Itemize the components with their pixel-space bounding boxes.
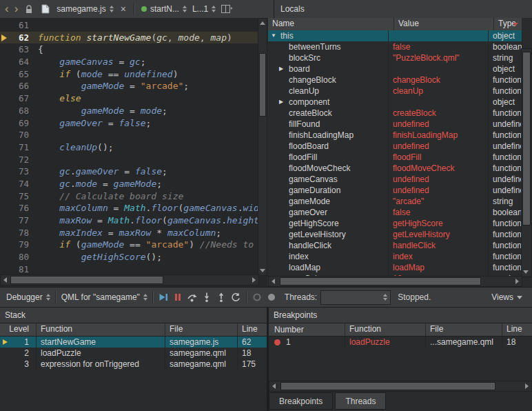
breakpoints-table-header[interactable]: Number Function File Line Address [269, 323, 532, 337]
stack-table-header[interactable]: Level Function File Line Address [0, 323, 267, 337]
locals-table-header[interactable]: Name Value Type [268, 18, 522, 31]
circle-filled-button[interactable] [265, 290, 279, 305]
debugger-dropdown[interactable]: Debugger [4, 290, 52, 304]
code-line[interactable]: 71 cleanUp(); [0, 141, 259, 154]
scrollbar-thumb[interactable] [522, 52, 531, 225]
code-editor[interactable]: 6162function startNewGame(gc, mode, map)… [0, 18, 267, 287]
views-menu-button[interactable]: Views [491, 292, 528, 302]
breakpoints-header-line[interactable]: Line [502, 323, 532, 336]
stack-frame-row[interactable]: 3expression for onTriggeredsamegame.qml1… [0, 359, 267, 370]
debug-engine-dropdown[interactable]: QML for "samegame" [59, 290, 150, 304]
locals-header-name[interactable]: Name [268, 18, 394, 30]
code-line[interactable]: 79 if (gameMode == "arcade") //Needs to [0, 239, 259, 251]
scrollbar-thumb[interactable] [280, 277, 481, 285]
locals-row[interactable]: changeBlockchangeBlockfunction [268, 74, 522, 86]
code-line[interactable]: 73 gc.gameOver = false; [0, 166, 259, 178]
open-file-dropdown[interactable]: samegame.js [54, 2, 115, 16]
code-line[interactable]: 77 maxRow = Math.floor(gameCanvas.height [0, 214, 259, 227]
expander-icon[interactable]: ▼ [271, 30, 280, 41]
code-line[interactable]: 75 // Calculate board size [0, 190, 259, 203]
breakpoint-margin[interactable] [0, 141, 10, 154]
breakpoint-margin[interactable] [0, 92, 10, 105]
breakpoint-margin[interactable] [0, 19, 10, 32]
step-out-button[interactable] [214, 290, 229, 305]
breakpoint-margin[interactable] [0, 117, 10, 130]
breakpoint-margin[interactable] [0, 251, 10, 263]
locals-header-value[interactable]: Value [394, 18, 494, 30]
tab-breakpoints[interactable]: Breakpoints [269, 392, 333, 410]
locals-row[interactable]: getLevelHistorygetLevelHistoryfunction [268, 229, 522, 240]
circle-outline-button[interactable] [250, 290, 265, 305]
editor-vertical-scrollbar[interactable] [258, 18, 267, 276]
breakpoint-margin[interactable] [0, 129, 10, 141]
scroll-left-icon[interactable] [272, 383, 276, 389]
locals-row[interactable]: floodMoveCheckfloodMoveCheckfunction [268, 163, 522, 174]
locals-row[interactable]: cleanUpcleanUpfunction [268, 86, 522, 97]
interrupt-button[interactable] [171, 290, 185, 305]
locals-row[interactable]: getHighScoregetHighScorefunction [268, 218, 522, 229]
breakpoint-margin[interactable] [0, 43, 10, 56]
breakpoint-margin[interactable] [0, 263, 10, 276]
symbol-dropdown[interactable]: startN... [139, 2, 189, 16]
stack-table[interactable]: 1startNewGamesamegame.js622loadPuzzlesam… [0, 337, 267, 370]
locals-row[interactable]: fillFoundundefinedundefined [268, 119, 522, 130]
scroll-down-icon[interactable] [523, 270, 529, 274]
tab-threads[interactable]: Threads [335, 392, 386, 410]
code-line[interactable]: 81 [0, 263, 259, 276]
code-area[interactable]: 6162function startNewGame(gc, mode, map)… [0, 19, 259, 276]
locals-row[interactable]: ▶componentobject [268, 97, 522, 108]
expander-icon[interactable]: ▶ [279, 97, 289, 108]
stack-header-level[interactable]: Level [0, 323, 37, 336]
scroll-left-icon[interactable] [272, 279, 275, 284]
breakpoint-margin[interactable] [0, 154, 10, 166]
breakpoint-margin[interactable] [0, 202, 10, 214]
run-to-line-button[interactable] [229, 290, 243, 305]
locals-row[interactable]: finishLoadingMapfinishLoadingMapfunction [268, 130, 522, 141]
scrollbar-thumb[interactable] [280, 382, 495, 390]
locals-row[interactable]: gameCanvasundefinedundefined [268, 174, 522, 185]
breakpoint-margin[interactable] [0, 166, 10, 178]
breakpoints-table[interactable]: 1loadPuzzle...samegame.qml18 [269, 337, 532, 348]
locals-row[interactable]: betweenTurnsfalseboolean [268, 41, 522, 52]
locals-row[interactable]: gameOverfalseboolean [268, 207, 522, 218]
locals-row[interactable]: indexindexfunction [268, 251, 522, 262]
breakpoint-margin[interactable] [0, 227, 10, 239]
line-dropdown[interactable]: L...1 [190, 2, 218, 16]
scrollbar-thumb[interactable] [10, 276, 163, 284]
back-button[interactable]: ‹ [3, 1, 11, 17]
forward-button[interactable]: › [12, 1, 21, 17]
code-line[interactable]: 61 [0, 19, 259, 32]
code-line[interactable]: 80 getHighScore(); [0, 251, 259, 263]
breakpoint-margin[interactable] [0, 56, 10, 68]
close-file-button[interactable]: × [117, 3, 130, 14]
breakpoint-margin[interactable] [0, 214, 10, 227]
code-line[interactable]: 69 gameOver = false; [0, 117, 259, 130]
locals-table[interactable]: ▼thisobjectbetweenTurnsfalsebooleanblock… [268, 30, 522, 277]
code-line[interactable]: 78 maxIndex = maxRow * maxColumn; [0, 227, 259, 239]
code-line[interactable]: 63{ [0, 43, 259, 56]
breakpoints-header-function[interactable]: Function [345, 323, 426, 336]
expander-icon[interactable]: ▶ [279, 63, 289, 74]
locals-row[interactable]: createBlockcreateBlockfunction [268, 108, 522, 119]
locals-row[interactable]: ▼thisobject [268, 30, 522, 41]
code-line[interactable]: 68 gameMode = mode; [0, 105, 259, 117]
locals-row[interactable]: gameMode"arcade"string [268, 196, 522, 207]
breakpoint-margin[interactable] [0, 68, 10, 81]
breakpoint-margin[interactable] [0, 80, 10, 92]
scroll-right-icon[interactable] [525, 383, 529, 389]
stack-frame-row[interactable]: 2loadPuzzlesamegame.qml18 [0, 348, 267, 359]
locals-horizontal-scrollbar[interactable] [268, 276, 522, 287]
breakpoint-margin[interactable] [0, 105, 10, 117]
code-line[interactable]: 64 gameCanvas = gc; [0, 56, 259, 68]
breakpoint-margin[interactable] [0, 178, 10, 190]
locals-row[interactable]: handleClickhandleClickfunction [268, 240, 522, 251]
code-line[interactable]: 72 [0, 154, 259, 166]
step-over-button[interactable] [185, 290, 200, 305]
locals-row[interactable]: loadMaploadMapfunction [268, 262, 522, 273]
split-editor-button[interactable] [221, 2, 233, 16]
code-line[interactable]: 65 if (mode == undefined) [0, 68, 259, 81]
code-line[interactable]: 74 gc.mode = gameMode; [0, 178, 259, 190]
breakpoint-row[interactable]: 1loadPuzzle...samegame.qml18 [269, 337, 532, 348]
scroll-right-icon[interactable] [252, 277, 256, 283]
locals-row[interactable]: blockSrc"PuzzleBlock.qml"string [268, 52, 522, 63]
